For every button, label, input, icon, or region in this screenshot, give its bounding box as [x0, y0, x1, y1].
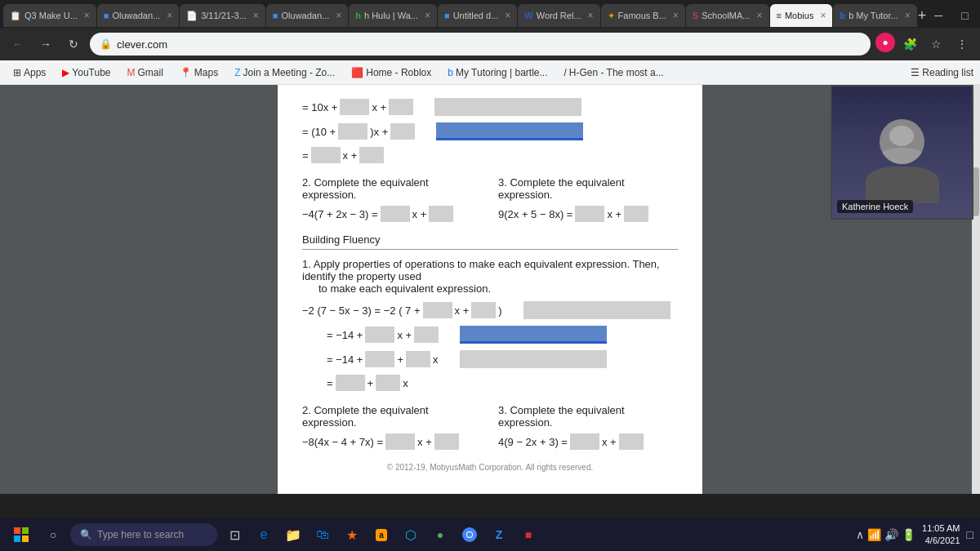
eq1-expr: = 10x + x +: [302, 99, 413, 115]
tab-oluwa2[interactable]: ■ Oluwadan... ×: [266, 4, 348, 27]
bookmark-tutoring[interactable]: b My Tutoring | bartle...: [441, 64, 554, 81]
chrome-icon[interactable]: [457, 522, 482, 547]
bf-line2-input1[interactable]: [365, 327, 394, 343]
tab-date[interactable]: 📄 3/11/21-3... ×: [180, 4, 265, 27]
profile-button[interactable]: ●: [875, 33, 895, 52]
tab-mobius[interactable]: ≡ Mobius ×: [770, 4, 833, 27]
bf-line4-input1[interactable]: [336, 375, 365, 391]
restore-button[interactable]: □: [953, 4, 976, 27]
tab-hulu[interactable]: h h Hulu | Wa... ×: [349, 4, 437, 27]
eq1-input1[interactable]: [340, 99, 369, 115]
tab-famous-close[interactable]: ×: [673, 10, 679, 21]
tab-famous-label: Famous B...: [618, 11, 666, 20]
bf-line3-answer: [452, 350, 607, 368]
extensions-button[interactable]: 🧩: [898, 33, 921, 56]
eq3-input1[interactable]: [311, 147, 341, 163]
address-bar[interactable]: 🔒 clever.com: [90, 33, 871, 56]
tab-oluwa1[interactable]: ■ Oluwadan... ×: [97, 4, 179, 27]
tab-wordrel[interactable]: W Word Rel... ×: [518, 4, 599, 27]
bookmark-maps-label: Maps: [194, 67, 218, 78]
p3b-suffix: x +: [602, 436, 617, 448]
tab-schoolma[interactable]: S SchoolMA... ×: [686, 4, 769, 27]
tab-oluwa2-label: Oluwadan...: [282, 11, 330, 20]
search-icon: 🔍: [80, 529, 92, 540]
minimize-button[interactable]: ─: [927, 4, 950, 27]
p2b-input2[interactable]: [434, 433, 459, 450]
battery-icon[interactable]: 🔋: [902, 528, 915, 541]
tab-mobius-close[interactable]: ×: [820, 10, 826, 21]
taskview-button[interactable]: ⊡: [222, 522, 247, 547]
bookmark-maps[interactable]: 📍 Maps: [173, 64, 225, 81]
search-button[interactable]: ○: [41, 522, 65, 547]
bf-line3-input1[interactable]: [365, 351, 394, 367]
forward-button[interactable]: →: [34, 33, 57, 56]
bookmark-zoom[interactable]: Z Join a Meeting - Zo...: [228, 64, 341, 81]
menu-button[interactable]: ⋮: [951, 33, 973, 56]
bookmark-button[interactable]: ☆: [924, 33, 947, 56]
bookmark-apps[interactable]: ⊞ Apps: [7, 64, 52, 81]
edge-icon[interactable]: e: [252, 522, 276, 547]
pinned-icon1[interactable]: ★: [340, 522, 364, 547]
eq2-text2: )x +: [370, 126, 388, 138]
reading-list-button[interactable]: ☰ Reading list: [911, 67, 973, 78]
tab-q3-close[interactable]: ×: [84, 10, 90, 21]
bf-p1-label: 1. Apply properties of operations to mak…: [302, 258, 660, 282]
search-bar[interactable]: 🔍 Type here to search: [70, 523, 217, 546]
start-button[interactable]: [7, 520, 36, 549]
bookmark-gmail[interactable]: M Gmail: [121, 64, 170, 81]
taskbar-zoom[interactable]: Z: [487, 522, 511, 547]
bf-line4-input2[interactable]: [376, 375, 400, 391]
p3-input2[interactable]: [624, 206, 648, 222]
eq1-answer-line: [434, 98, 581, 116]
tab-untitled-close[interactable]: ×: [505, 10, 510, 21]
p3-input1[interactable]: [575, 206, 604, 222]
pinned-icon3[interactable]: ⬡: [399, 522, 423, 547]
tab-famous[interactable]: ✦ Famous B... ×: [601, 4, 685, 27]
tab-date-label: 3/11/21-3...: [201, 11, 247, 20]
bf-main-input2[interactable]: [471, 302, 496, 318]
bookmark-roblox[interactable]: 🟥 Home - Roblox: [345, 64, 438, 81]
p2b-input1[interactable]: [385, 433, 415, 450]
chevron-up-icon[interactable]: ∧: [856, 528, 864, 541]
eq2-input1[interactable]: [338, 123, 368, 140]
p3b-input2[interactable]: [619, 433, 644, 450]
tab-tutor[interactable]: b b My Tutor... ×: [833, 4, 916, 27]
p2-input2[interactable]: [429, 206, 453, 222]
eq2-input2[interactable]: [390, 123, 415, 140]
bookmark-youtube[interactable]: ▶ YouTube: [56, 64, 117, 81]
svg-point-6: [467, 532, 472, 537]
refresh-button[interactable]: ↻: [62, 33, 85, 56]
eq1-input2[interactable]: [389, 99, 413, 115]
bf-line2-input2[interactable]: [414, 327, 439, 343]
amazon-icon[interactable]: a: [369, 522, 394, 547]
network-icon[interactable]: 📶: [867, 528, 881, 541]
explorer-icon[interactable]: 📁: [281, 522, 305, 547]
p3b-input1[interactable]: [570, 433, 599, 450]
tab-untitled[interactable]: ■ Untitled d... ×: [438, 4, 517, 27]
taskbar-right: ∧ 📶 🔊 🔋 11:05 AM 4/6/2021 □: [856, 522, 973, 548]
tab-q3[interactable]: 📋 Q3 Make U... ×: [3, 4, 96, 27]
tab-wordrel-close[interactable]: ×: [588, 10, 594, 21]
bf-line3-input2[interactable]: [406, 351, 430, 367]
notification-icon[interactable]: □: [967, 528, 973, 541]
taskbar-clock[interactable]: 11:05 AM 4/6/2021: [922, 522, 960, 548]
new-tab-button[interactable]: +: [918, 4, 927, 27]
tab-oluwa1-close[interactable]: ×: [167, 10, 172, 21]
tab-schoolma-close[interactable]: ×: [757, 10, 763, 21]
tab-hulu-close[interactable]: ×: [425, 10, 430, 21]
tab-oluwa2-close[interactable]: ×: [336, 10, 341, 21]
bookmark-hgen[interactable]: / H-Gen - The most a...: [557, 64, 670, 81]
store-icon[interactable]: 🛍: [310, 522, 335, 547]
eq3-input2[interactable]: [359, 147, 384, 163]
scrollbar-thumb[interactable]: [973, 167, 979, 216]
back-button[interactable]: ←: [7, 33, 29, 56]
pinned-icon4[interactable]: ●: [428, 522, 452, 547]
bf-main-input1[interactable]: [423, 302, 452, 318]
p2-input1[interactable]: [381, 206, 410, 222]
clock-time: 11:05 AM: [922, 522, 960, 535]
volume-icon[interactable]: 🔊: [884, 528, 898, 541]
eq3-expr: = x +: [302, 147, 384, 163]
tab-date-close[interactable]: ×: [253, 10, 259, 21]
tab-tutor-close[interactable]: ×: [905, 10, 911, 21]
office-icon[interactable]: ■: [516, 522, 541, 547]
